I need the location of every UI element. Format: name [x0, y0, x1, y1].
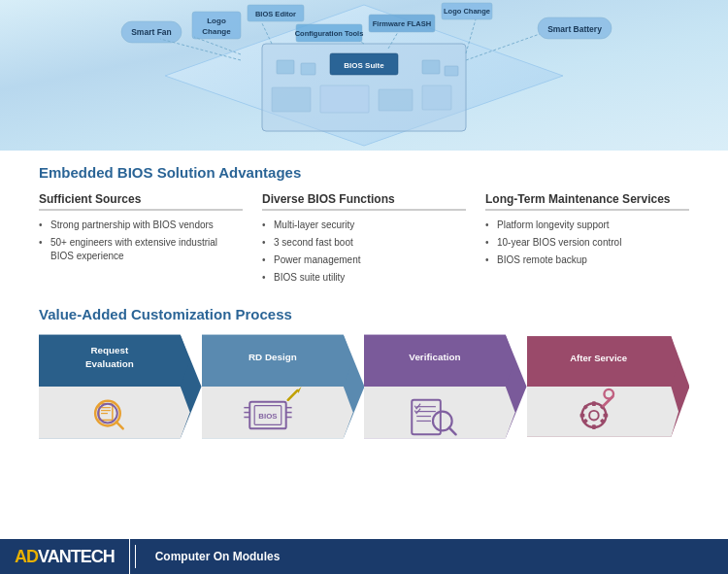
svg-rect-33 — [422, 60, 440, 74]
advantages-grid: Sufficient Sources Strong partnership wi… — [39, 192, 689, 288]
brand-text: ADVANTECH — [15, 547, 115, 567]
svg-text:Logo: Logo — [207, 17, 226, 25]
process-steps: Request Evaluation — [39, 334, 689, 443]
step-rd-design: RD Design BIOS — [202, 334, 365, 443]
advantage-col-3: Long-Term Maintenance Services Platform … — [485, 192, 689, 288]
svg-rect-34 — [445, 66, 458, 76]
col2-list: Multi-layer security 3 second fast boot … — [262, 219, 466, 285]
svg-marker-39 — [39, 387, 190, 438]
col1-heading: Sufficient Sources — [39, 192, 243, 211]
svg-rect-32 — [301, 63, 315, 75]
col3-list: Platform longevity support 10-year BIOS … — [485, 219, 689, 267]
svg-text:Firmware FLASH: Firmware FLASH — [373, 19, 431, 28]
svg-text:Logo Change: Logo Change — [444, 7, 490, 16]
list-item: Platform longevity support — [485, 219, 689, 232]
svg-text:BIOS Editor: BIOS Editor — [255, 10, 296, 18]
advantage-col-2: Diverse BIOS Functions Multi-layer secur… — [262, 192, 466, 288]
svg-text:Configuration Tools: Configuration Tools — [295, 29, 364, 38]
svg-text:Smart Battery: Smart Battery — [547, 24, 602, 34]
svg-rect-30 — [422, 85, 451, 110]
list-item: 50+ engineers with extensive industrial … — [39, 236, 243, 263]
footer-tagline: Computer On Modules — [141, 550, 295, 563]
svg-text:RD Design: RD Design — [248, 352, 297, 362]
svg-rect-80 — [592, 424, 596, 429]
svg-rect-31 — [277, 60, 294, 74]
step-verification: Verification — [364, 334, 527, 443]
svg-text:Smart Fan: Smart Fan — [131, 27, 172, 37]
list-item: 3 second fast boot — [262, 236, 466, 250]
svg-text:After Service: After Service — [570, 353, 627, 363]
main-content: Embedded BIOS Solution Advantages Suffic… — [0, 151, 728, 453]
svg-text:Request: Request — [90, 346, 129, 356]
advantage-col-1: Sufficient Sources Strong partnership wi… — [39, 192, 243, 288]
list-item: BIOS suite utility — [262, 271, 466, 285]
list-item: Power management — [262, 253, 466, 267]
svg-rect-28 — [320, 85, 369, 113]
footer: ADVANTECH Computer On Modules — [0, 539, 728, 574]
list-item: Strong partnership with BIOS vendors — [39, 219, 243, 232]
footer-brand: ADVANTECH — [0, 539, 130, 574]
svg-rect-29 — [379, 89, 413, 111]
svg-text:BIOS: BIOS — [258, 412, 277, 421]
list-item: 10-year BIOS version control — [485, 236, 689, 250]
col3-heading: Long-Term Maintenance Services — [485, 192, 689, 211]
col2-heading: Diverse BIOS Functions — [262, 192, 466, 211]
footer-divider — [135, 545, 136, 568]
step-after-service: After Service — [527, 334, 690, 443]
svg-rect-81 — [579, 414, 584, 418]
svg-rect-82 — [603, 414, 608, 418]
col1-list: Strong partnership with BIOS vendors 50+… — [39, 219, 243, 263]
svg-text:Change: Change — [202, 27, 231, 36]
list-item: Multi-layer security — [262, 219, 466, 232]
svg-rect-79 — [592, 401, 596, 406]
step-request-evaluation: Request Evaluation — [39, 334, 202, 443]
svg-text:Evaluation: Evaluation — [85, 358, 134, 369]
list-item: BIOS remote backup — [485, 253, 689, 267]
section2-title: Value-Added Customization Process — [39, 306, 689, 322]
svg-rect-27 — [272, 87, 311, 112]
process-section: Value-Added Customization Process Reques… — [39, 306, 689, 443]
diagram-section: BIOS Suite Configuration Tools BIOS Edit… — [0, 0, 728, 151]
section1-title: Embedded BIOS Solution Advantages — [39, 164, 689, 181]
svg-text:Verification: Verification — [409, 352, 460, 362]
svg-text:BIOS Suite: BIOS Suite — [344, 61, 384, 70]
svg-marker-50 — [202, 387, 353, 438]
svg-marker-76 — [527, 387, 678, 437]
